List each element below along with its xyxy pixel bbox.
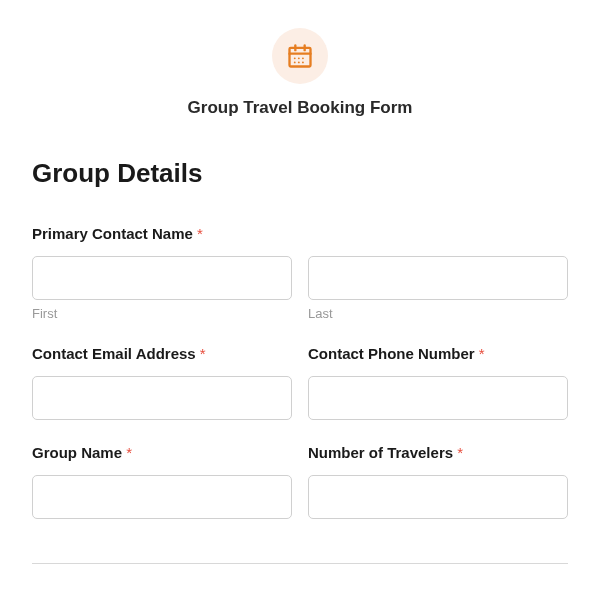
required-marker: * [197, 225, 203, 242]
last-name-input[interactable] [308, 256, 568, 300]
label-text: Contact Email Address [32, 345, 196, 362]
number-of-travelers-label: Number of Travelers * [308, 444, 568, 461]
label-text: Group Name [32, 444, 122, 461]
required-marker: * [457, 444, 463, 461]
name-row: First Last [32, 256, 568, 321]
number-of-travelers-input[interactable] [308, 475, 568, 519]
form-title: Group Travel Booking Form [188, 98, 413, 118]
field-group-email: Contact Email Address * [32, 345, 292, 420]
calendar-icon [286, 42, 314, 70]
field-group-group-name: Group Name * [32, 444, 292, 519]
svg-point-9 [302, 61, 304, 63]
field-group-phone: Contact Phone Number * [308, 345, 568, 420]
contact-email-input[interactable] [32, 376, 292, 420]
svg-rect-0 [290, 48, 311, 67]
first-name-sublabel: First [32, 306, 292, 321]
svg-point-6 [302, 57, 304, 59]
form-header: Group Travel Booking Form [32, 28, 568, 118]
contact-email-label: Contact Email Address * [32, 345, 292, 362]
group-row: Group Name * Number of Travelers * [32, 444, 568, 543]
section-divider [32, 563, 568, 564]
last-name-sublabel: Last [308, 306, 568, 321]
svg-point-5 [298, 57, 300, 59]
primary-contact-name-label: Primary Contact Name * [32, 225, 568, 242]
svg-point-8 [298, 61, 300, 63]
first-name-col: First [32, 256, 292, 321]
field-group-primary-contact: Primary Contact Name * First Last [32, 225, 568, 321]
field-group-travelers: Number of Travelers * [308, 444, 568, 519]
header-icon-circle [272, 28, 328, 84]
required-marker: * [479, 345, 485, 362]
last-name-col: Last [308, 256, 568, 321]
svg-point-7 [294, 61, 296, 63]
form-container: Group Travel Booking Form Group Details … [0, 0, 600, 592]
label-text: Number of Travelers [308, 444, 453, 461]
required-marker: * [200, 345, 206, 362]
label-text: Primary Contact Name [32, 225, 193, 242]
required-marker: * [126, 444, 132, 461]
group-name-input[interactable] [32, 475, 292, 519]
first-name-input[interactable] [32, 256, 292, 300]
contact-phone-input[interactable] [308, 376, 568, 420]
contact-phone-label: Contact Phone Number * [308, 345, 568, 362]
section-title: Group Details [32, 158, 568, 189]
label-text: Contact Phone Number [308, 345, 475, 362]
group-name-label: Group Name * [32, 444, 292, 461]
svg-point-4 [294, 57, 296, 59]
contact-row: Contact Email Address * Contact Phone Nu… [32, 345, 568, 444]
